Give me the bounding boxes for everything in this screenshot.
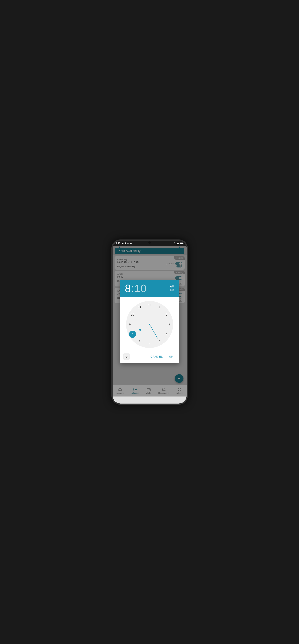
wifi-icon: [173, 242, 176, 244]
camera-notch: [148, 242, 151, 244]
clock-number-6[interactable]: 6: [149, 342, 150, 346]
status-time: 8:10: [116, 242, 120, 245]
svg-rect-7: [180, 243, 182, 244]
time-minute[interactable]: 10: [134, 283, 146, 294]
clock-center: [149, 324, 150, 325]
pm-button[interactable]: PM: [170, 289, 174, 292]
time-picker-header: 8 : 10 AM PM: [120, 280, 179, 297]
status-icon-1: ⛰: [122, 242, 124, 244]
svg-point-0: [174, 244, 174, 244]
svg-rect-1: [176, 244, 177, 244]
svg-rect-2: [177, 244, 178, 244]
clock-number-11[interactable]: 11: [138, 306, 141, 309]
phone-frame: 8:10 ⛰ A ◎ ▦ Your Availability: [112, 240, 188, 405]
svg-rect-27: [125, 356, 126, 356]
clock-container: 1212345678910118: [120, 297, 179, 352]
signal-icon: [176, 242, 179, 244]
svg-rect-29: [126, 356, 127, 356]
clock-selected-hour[interactable]: 8: [129, 331, 136, 338]
time-display: 8 : 10: [125, 283, 147, 294]
time-hour[interactable]: 8: [125, 283, 131, 294]
clock-face[interactable]: 1212345678910118: [126, 301, 173, 348]
status-icon-4: ▦: [130, 242, 132, 244]
svg-rect-3: [178, 243, 178, 244]
clock-number-3[interactable]: 3: [168, 323, 170, 326]
clock-number-7[interactable]: 7: [139, 340, 140, 343]
status-left: 8:10 ⛰ A ◎ ▦: [116, 242, 132, 245]
status-right: [173, 242, 184, 244]
clock-number-4[interactable]: 4: [166, 333, 167, 336]
time-ampm-selector: AM PM: [170, 285, 174, 292]
phone-screen: 8:10 ⛰ A ◎ ▦ Your Availability: [112, 241, 186, 404]
ok-button[interactable]: OK: [167, 354, 176, 360]
svg-rect-35: [126, 357, 127, 358]
clock-number-5[interactable]: 5: [158, 340, 160, 343]
clock-number-12[interactable]: 12: [148, 303, 151, 306]
time-colon: :: [132, 284, 134, 293]
svg-rect-4: [179, 242, 179, 244]
status-bar: 8:10 ⛰ A ◎ ▦: [112, 241, 186, 246]
svg-rect-32: [126, 356, 126, 357]
svg-rect-30: [127, 356, 128, 356]
clock-minute-indicator: [139, 329, 141, 331]
clock-number-1[interactable]: 1: [158, 306, 160, 309]
dialog-actions: CANCEL OK: [120, 352, 179, 363]
battery-icon: [180, 242, 184, 244]
clock-number-2[interactable]: 2: [166, 313, 167, 316]
cancel-button[interactable]: CANCEL: [148, 354, 165, 360]
dialog-overlay: 8 : 10 AM PM 121: [112, 246, 186, 396]
status-icon-2: A: [125, 242, 126, 244]
keyboard-toggle-button[interactable]: [123, 354, 130, 360]
svg-rect-6: [183, 243, 183, 244]
am-button[interactable]: AM: [170, 285, 174, 288]
svg-rect-31: [125, 356, 126, 357]
clock-number-10[interactable]: 10: [131, 313, 134, 316]
svg-rect-33: [126, 356, 127, 357]
svg-rect-34: [127, 356, 128, 357]
time-picker-dialog: 8 : 10 AM PM 121: [120, 280, 179, 363]
status-icon-3: ◎: [127, 242, 129, 244]
clock-number-9[interactable]: 9: [129, 323, 131, 326]
screen-content: Your Availability Morning Availability 0…: [112, 246, 186, 396]
clock-hand: [150, 324, 158, 338]
svg-rect-28: [126, 356, 126, 356]
